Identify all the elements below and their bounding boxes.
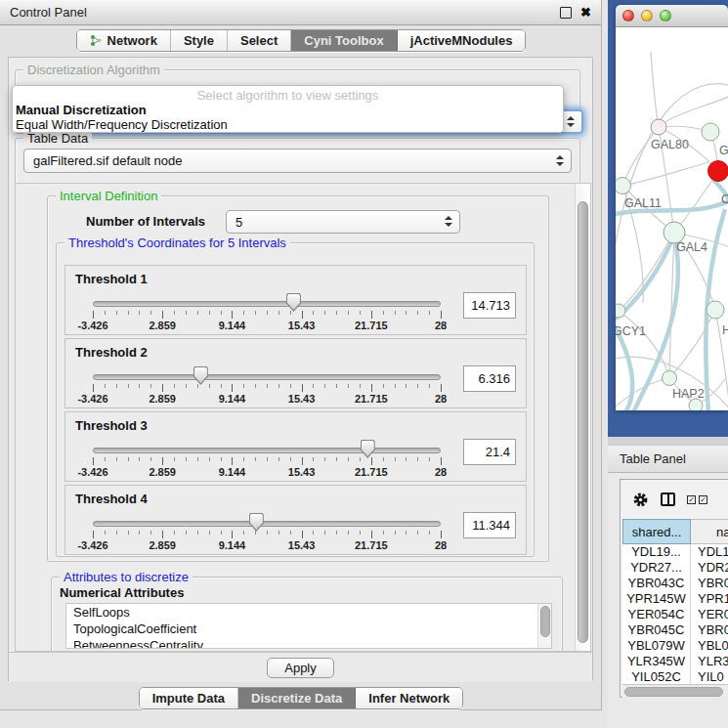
tab-infer-network[interactable]: Infer Network xyxy=(356,688,462,708)
settings-scrollbar[interactable] xyxy=(575,184,590,651)
network-node[interactable] xyxy=(663,371,677,386)
slider-track xyxy=(93,301,441,307)
list-scrollbar[interactable] xyxy=(537,604,551,648)
node-label: GA xyxy=(719,144,728,157)
cell-name[interactable]: YER0 xyxy=(691,607,728,622)
table-row[interactable]: YBR043CYBR0 xyxy=(622,576,728,591)
number-of-intervals-combobox[interactable]: 5 xyxy=(226,210,460,234)
table-data-combobox[interactable]: galFiltered.sif default node xyxy=(23,149,572,173)
threshold-4-slider[interactable]: -3.4262.8599.14415.4321.71528 xyxy=(93,513,441,554)
tick-label: 2.859 xyxy=(149,320,176,331)
zoom-traffic-light-icon[interactable] xyxy=(660,10,671,21)
table-row[interactable]: YER054CYER0 xyxy=(622,607,728,622)
cell-name[interactable]: YBR0 xyxy=(691,622,728,638)
threshold-2-slider[interactable]: -3.4262.8599.14415.4321.71528 xyxy=(93,366,441,407)
tick-label: -3.426 xyxy=(77,393,107,405)
apply-button[interactable]: Apply xyxy=(267,658,334,678)
column-header-name[interactable]: na xyxy=(691,519,728,544)
table-row[interactable]: YDR27...YDR2 xyxy=(622,560,728,576)
minimize-traffic-light-icon[interactable] xyxy=(641,10,653,21)
table-row[interactable]: YBR045CYBR0 xyxy=(622,622,728,638)
cell-shared-name[interactable]: YPR145W xyxy=(622,591,691,607)
threshold-1-slider[interactable]: -3.4262.8599.14415.4321.71528 xyxy=(93,293,441,334)
tick-label: 15.43 xyxy=(288,393,316,405)
threshold-4-panel: Threshold 4 -3.4262.8599.14415.4321.7152… xyxy=(64,485,527,555)
table-row[interactable]: YBL079WYBL0 xyxy=(622,638,728,654)
tab-select[interactable]: Select xyxy=(228,30,291,51)
cell-name[interactable]: YDR2 xyxy=(691,560,728,576)
cell-name[interactable]: YLR3 xyxy=(691,654,728,669)
numerical-attributes-list[interactable]: SelfLoopsTopologicalCoefficientBetweenne… xyxy=(65,603,552,649)
attributes-group: Attributes to discretize Numerical Attri… xyxy=(51,577,563,652)
tab-cyni-toolbox[interactable]: Cyni Toolbox xyxy=(291,30,397,51)
thresholds-group: Threshold's Coordinates for 5 Intervals … xyxy=(56,242,535,557)
column-header-shared-name[interactable]: shared... xyxy=(622,519,691,544)
cell-name[interactable]: YIL0 xyxy=(691,669,728,684)
tab-network[interactable]: Network xyxy=(77,30,171,51)
cell-shared-name[interactable]: YBL079W xyxy=(622,638,691,654)
list-scrollbar-thumb[interactable] xyxy=(540,606,550,637)
table-toolbar: ✓ ✓ xyxy=(621,480,728,519)
stepper-icon xyxy=(445,216,452,228)
network-node[interactable] xyxy=(707,301,724,319)
threshold-1-value-field[interactable]: 14.713 xyxy=(463,292,516,319)
tick-label: 9.144 xyxy=(219,539,246,551)
slider-thumb[interactable] xyxy=(193,366,208,385)
table-row[interactable]: YDL19...YDL1 xyxy=(622,544,728,560)
thresholds-group-title: Threshold's Coordinates for 5 Intervals xyxy=(64,236,290,250)
cell-name[interactable]: YPR1 xyxy=(691,591,728,607)
tick-label: 28 xyxy=(435,320,447,331)
network-node[interactable] xyxy=(616,178,631,194)
attribute-list-item[interactable]: BetweennessCentrality xyxy=(66,637,551,649)
slider-thumb[interactable] xyxy=(249,513,264,532)
tab-style[interactable]: Style xyxy=(171,30,228,51)
checkbox-icon[interactable]: ✓ xyxy=(687,495,696,504)
threshold-4-value-field[interactable]: 11.344 xyxy=(463,512,516,538)
cell-name[interactable]: YBR0 xyxy=(691,576,728,591)
table-panel-title: Table Panel xyxy=(620,451,686,466)
tab-impute-data[interactable]: Impute Data xyxy=(140,688,238,708)
network-node[interactable] xyxy=(616,304,625,318)
tick-label: 21.715 xyxy=(355,393,388,405)
network-canvas[interactable]: GAL80GACGAL11GAL4GCY1HHAP2 xyxy=(616,27,728,410)
checkbox-icon[interactable]: ✓ xyxy=(699,495,707,504)
close-traffic-light-icon[interactable] xyxy=(622,10,634,21)
slider-thumb[interactable] xyxy=(361,440,375,458)
dropdown-option-equal-width-frequency[interactable]: Equal Width/Frequency Discretization xyxy=(13,117,563,132)
cell-name[interactable]: YDL1 xyxy=(691,544,728,560)
table-row[interactable]: YPR145WYPR1 xyxy=(622,591,728,607)
cell-shared-name[interactable]: YLR345W xyxy=(622,654,691,669)
threshold-2-panel: Threshold 2 -3.4262.8599.14415.4321.7152… xyxy=(64,338,527,408)
attribute-list-item[interactable]: SelfLoops xyxy=(66,604,551,621)
cell-shared-name[interactable]: YDL19... xyxy=(622,544,691,560)
tab-discretize-data[interactable]: Discretize Data xyxy=(238,688,356,708)
tab-jactivemnodules[interactable]: jActiveMNodules xyxy=(398,30,526,51)
table-data-group: Table Data galFiltered.sif default node xyxy=(15,138,580,185)
slider-thumb[interactable] xyxy=(286,293,301,312)
threshold-3-slider[interactable]: -3.4262.8599.14415.4321.71528 xyxy=(93,440,441,481)
cell-shared-name[interactable]: YDR27... xyxy=(622,560,691,576)
tick-label: 21.715 xyxy=(355,539,388,551)
attribute-list-item[interactable]: TopologicalCoefficient xyxy=(66,621,551,637)
settings-scrollbar-thumb[interactable] xyxy=(578,201,588,643)
table-row[interactable]: YLR345WYLR3 xyxy=(622,654,728,669)
cell-name[interactable]: YBL0 xyxy=(691,638,728,654)
gear-icon[interactable] xyxy=(632,492,649,508)
cell-shared-name[interactable]: YBR043C xyxy=(622,576,691,591)
close-icon[interactable]: ✖ xyxy=(580,8,591,18)
dropdown-option-manual-discretization[interactable]: Manual Discretization xyxy=(13,103,563,117)
float-window-icon[interactable] xyxy=(560,7,572,19)
table-row[interactable]: YIL052CYIL0 xyxy=(622,669,728,684)
network-node[interactable] xyxy=(708,161,728,182)
network-node[interactable] xyxy=(702,123,719,141)
threshold-2-value-field[interactable]: 6.316 xyxy=(463,365,516,392)
cell-shared-name[interactable]: YBR045C xyxy=(622,622,691,638)
threshold-3-value-field[interactable]: 21.4 xyxy=(463,439,516,465)
cell-shared-name[interactable]: YER054C xyxy=(622,607,691,622)
table-horizontal-scrollbar[interactable] xyxy=(622,684,728,698)
network-node[interactable] xyxy=(651,119,666,135)
split-columns-icon[interactable] xyxy=(661,492,675,506)
cell-shared-name[interactable]: YIL052C xyxy=(622,669,691,684)
stepper-icon xyxy=(567,116,575,128)
table-hscrollbar-thumb[interactable] xyxy=(624,687,723,697)
